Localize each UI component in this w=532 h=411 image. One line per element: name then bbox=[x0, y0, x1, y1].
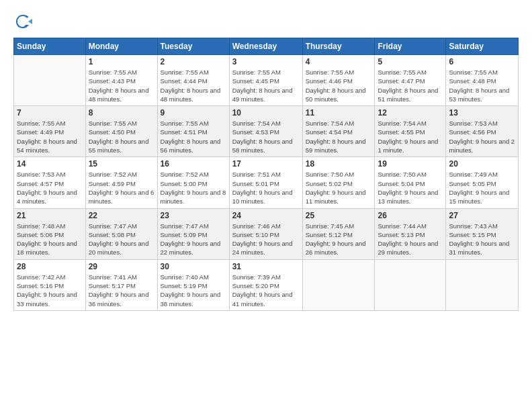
day-number: 16 bbox=[161, 159, 226, 169]
calendar-cell: 4Sunrise: 7:55 AMSunset: 4:46 PMDaylight… bbox=[302, 55, 375, 106]
day-number: 14 bbox=[17, 159, 83, 169]
day-info: Sunrise: 7:52 AMSunset: 5:00 PMDaylight:… bbox=[161, 170, 226, 205]
calendar-cell: 20Sunrise: 7:49 AMSunset: 5:05 PMDayligh… bbox=[446, 157, 519, 208]
day-info: Sunrise: 7:41 AMSunset: 5:17 PMDaylight:… bbox=[89, 273, 154, 308]
day-info: Sunrise: 7:55 AMSunset: 4:49 PMDaylight:… bbox=[17, 119, 83, 154]
day-info: Sunrise: 7:49 AMSunset: 5:05 PMDaylight:… bbox=[449, 170, 515, 205]
day-info: Sunrise: 7:47 AMSunset: 5:09 PMDaylight:… bbox=[161, 222, 226, 257]
calendar-header-row: Sunday Monday Tuesday Wednesday Thursday… bbox=[14, 38, 519, 55]
day-number: 22 bbox=[89, 211, 154, 220]
day-number: 27 bbox=[449, 211, 515, 220]
day-info: Sunrise: 7:43 AMSunset: 5:15 PMDaylight:… bbox=[449, 222, 515, 257]
calendar-cell: 9Sunrise: 7:55 AMSunset: 4:51 PMDaylight… bbox=[157, 106, 229, 157]
day-number: 26 bbox=[378, 211, 443, 220]
calendar-page: Sunday Monday Tuesday Wednesday Thursday… bbox=[0, 0, 532, 411]
col-friday: Friday bbox=[375, 38, 446, 55]
calendar-cell: 6Sunrise: 7:55 AMSunset: 4:48 PMDaylight… bbox=[446, 55, 519, 106]
day-info: Sunrise: 7:55 AMSunset: 4:44 PMDaylight:… bbox=[161, 68, 226, 103]
calendar-cell: 8Sunrise: 7:55 AMSunset: 4:50 PMDaylight… bbox=[85, 106, 157, 157]
calendar-cell: 11Sunrise: 7:54 AMSunset: 4:54 PMDayligh… bbox=[302, 106, 375, 157]
day-info: Sunrise: 7:53 AMSunset: 4:57 PMDaylight:… bbox=[17, 170, 83, 205]
day-info: Sunrise: 7:55 AMSunset: 4:46 PMDaylight:… bbox=[306, 68, 372, 103]
calendar-week-row: 21Sunrise: 7:48 AMSunset: 5:06 PMDayligh… bbox=[14, 208, 519, 259]
col-tuesday: Tuesday bbox=[157, 38, 229, 55]
col-saturday: Saturday bbox=[446, 38, 519, 55]
calendar-week-row: 7Sunrise: 7:55 AMSunset: 4:49 PMDaylight… bbox=[14, 106, 519, 157]
calendar-cell: 26Sunrise: 7:44 AMSunset: 5:13 PMDayligh… bbox=[375, 208, 446, 259]
logo bbox=[13, 12, 35, 31]
day-info: Sunrise: 7:47 AMSunset: 5:08 PMDaylight:… bbox=[89, 222, 154, 257]
day-info: Sunrise: 7:50 AMSunset: 5:02 PMDaylight:… bbox=[306, 170, 372, 205]
calendar-cell bbox=[302, 259, 375, 310]
day-number: 11 bbox=[306, 108, 372, 118]
day-number: 7 bbox=[17, 108, 83, 118]
calendar-cell: 29Sunrise: 7:41 AMSunset: 5:17 PMDayligh… bbox=[85, 259, 157, 310]
col-wednesday: Wednesday bbox=[229, 38, 302, 55]
calendar-cell: 7Sunrise: 7:55 AMSunset: 4:49 PMDaylight… bbox=[14, 106, 86, 157]
col-sunday: Sunday bbox=[14, 38, 86, 55]
day-info: Sunrise: 7:54 AMSunset: 4:54 PMDaylight:… bbox=[306, 119, 372, 154]
day-info: Sunrise: 7:55 AMSunset: 4:47 PMDaylight:… bbox=[378, 68, 443, 103]
day-number: 20 bbox=[449, 159, 515, 169]
calendar-cell: 22Sunrise: 7:47 AMSunset: 5:08 PMDayligh… bbox=[85, 208, 157, 259]
calendar-cell: 2Sunrise: 7:55 AMSunset: 4:44 PMDaylight… bbox=[157, 55, 229, 106]
col-thursday: Thursday bbox=[302, 38, 375, 55]
calendar-cell: 30Sunrise: 7:40 AMSunset: 5:19 PMDayligh… bbox=[157, 259, 229, 310]
day-number: 28 bbox=[17, 262, 83, 271]
calendar-cell bbox=[446, 259, 519, 310]
calendar-cell: 27Sunrise: 7:43 AMSunset: 5:15 PMDayligh… bbox=[446, 208, 519, 259]
calendar-cell: 23Sunrise: 7:47 AMSunset: 5:09 PMDayligh… bbox=[157, 208, 229, 259]
calendar-cell: 13Sunrise: 7:53 AMSunset: 4:56 PMDayligh… bbox=[446, 106, 519, 157]
calendar-cell: 3Sunrise: 7:55 AMSunset: 4:45 PMDaylight… bbox=[229, 55, 302, 106]
day-info: Sunrise: 7:54 AMSunset: 4:55 PMDaylight:… bbox=[378, 119, 443, 154]
calendar-cell: 14Sunrise: 7:53 AMSunset: 4:57 PMDayligh… bbox=[14, 157, 86, 208]
day-number: 23 bbox=[161, 211, 226, 220]
day-info: Sunrise: 7:55 AMSunset: 4:43 PMDaylight:… bbox=[89, 68, 154, 103]
day-info: Sunrise: 7:55 AMSunset: 4:50 PMDaylight:… bbox=[89, 119, 154, 154]
calendar-week-row: 1Sunrise: 7:55 AMSunset: 4:43 PMDaylight… bbox=[14, 55, 519, 106]
calendar-cell: 25Sunrise: 7:45 AMSunset: 5:12 PMDayligh… bbox=[302, 208, 375, 259]
day-number: 29 bbox=[89, 262, 154, 271]
day-info: Sunrise: 7:55 AMSunset: 4:45 PMDaylight:… bbox=[232, 68, 300, 103]
day-info: Sunrise: 7:44 AMSunset: 5:13 PMDaylight:… bbox=[378, 222, 443, 257]
day-info: Sunrise: 7:45 AMSunset: 5:12 PMDaylight:… bbox=[306, 222, 372, 257]
day-info: Sunrise: 7:48 AMSunset: 5:06 PMDaylight:… bbox=[17, 222, 83, 257]
calendar-cell: 5Sunrise: 7:55 AMSunset: 4:47 PMDaylight… bbox=[375, 55, 446, 106]
day-number: 6 bbox=[449, 57, 515, 66]
day-info: Sunrise: 7:50 AMSunset: 5:04 PMDaylight:… bbox=[378, 170, 443, 205]
calendar-cell: 12Sunrise: 7:54 AMSunset: 4:55 PMDayligh… bbox=[375, 106, 446, 157]
day-number: 9 bbox=[161, 108, 226, 118]
calendar-cell: 10Sunrise: 7:54 AMSunset: 4:53 PMDayligh… bbox=[229, 106, 302, 157]
calendar-cell: 1Sunrise: 7:55 AMSunset: 4:43 PMDaylight… bbox=[85, 55, 157, 106]
day-number: 18 bbox=[306, 159, 372, 169]
day-info: Sunrise: 7:55 AMSunset: 4:51 PMDaylight:… bbox=[161, 119, 226, 154]
logo-icon bbox=[13, 12, 32, 31]
day-number: 13 bbox=[449, 108, 515, 118]
day-number: 31 bbox=[232, 262, 300, 271]
day-number: 15 bbox=[89, 159, 154, 169]
day-number: 25 bbox=[306, 211, 372, 220]
day-number: 5 bbox=[378, 57, 443, 66]
day-info: Sunrise: 7:55 AMSunset: 4:48 PMDaylight:… bbox=[449, 68, 515, 103]
day-number: 17 bbox=[232, 159, 300, 169]
day-number: 4 bbox=[306, 57, 372, 66]
calendar-cell: 17Sunrise: 7:51 AMSunset: 5:01 PMDayligh… bbox=[229, 157, 302, 208]
day-info: Sunrise: 7:42 AMSunset: 5:16 PMDaylight:… bbox=[17, 273, 83, 308]
day-info: Sunrise: 7:53 AMSunset: 4:56 PMDaylight:… bbox=[449, 119, 515, 154]
header bbox=[13, 12, 519, 31]
calendar-cell bbox=[14, 55, 86, 106]
day-number: 19 bbox=[378, 159, 443, 169]
calendar-cell: 21Sunrise: 7:48 AMSunset: 5:06 PMDayligh… bbox=[14, 208, 86, 259]
day-info: Sunrise: 7:39 AMSunset: 5:20 PMDaylight:… bbox=[232, 273, 300, 308]
day-number: 12 bbox=[378, 108, 443, 118]
calendar-week-row: 28Sunrise: 7:42 AMSunset: 5:16 PMDayligh… bbox=[14, 259, 519, 310]
day-number: 2 bbox=[161, 57, 226, 66]
calendar-cell: 31Sunrise: 7:39 AMSunset: 5:20 PMDayligh… bbox=[229, 259, 302, 310]
calendar-cell: 19Sunrise: 7:50 AMSunset: 5:04 PMDayligh… bbox=[375, 157, 446, 208]
day-number: 8 bbox=[89, 108, 154, 118]
calendar-cell bbox=[375, 259, 446, 310]
day-number: 10 bbox=[232, 108, 300, 118]
calendar-cell: 28Sunrise: 7:42 AMSunset: 5:16 PMDayligh… bbox=[14, 259, 86, 310]
calendar-cell: 15Sunrise: 7:52 AMSunset: 4:59 PMDayligh… bbox=[85, 157, 157, 208]
day-number: 24 bbox=[232, 211, 300, 220]
